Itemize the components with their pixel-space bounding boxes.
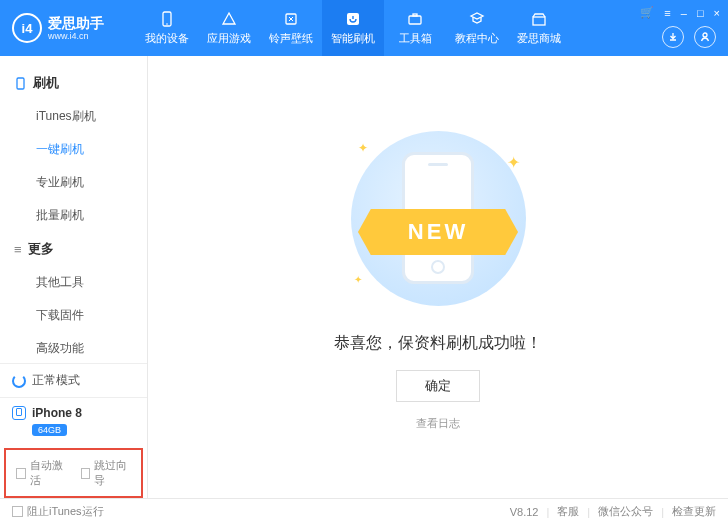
svg-rect-8 — [17, 78, 24, 89]
svg-point-1 — [166, 23, 168, 25]
nav-store[interactable]: 爱思商城 — [508, 0, 570, 56]
checkbox-icon — [12, 506, 23, 517]
sidebar-item-batch-flash[interactable]: 批量刷机 — [36, 199, 147, 232]
brand-url: www.i4.cn — [48, 31, 104, 41]
sidebar-item-pro-flash[interactable]: 专业刷机 — [36, 166, 147, 199]
nav-tutorial[interactable]: 教程中心 — [446, 0, 508, 56]
success-message: 恭喜您，保资料刷机成功啦！ — [334, 333, 542, 354]
device-icon — [158, 10, 176, 28]
store-icon — [530, 10, 548, 28]
maximize-icon[interactable]: □ — [697, 7, 704, 19]
close-icon[interactable]: × — [714, 7, 720, 19]
version-label: V8.12 — [510, 506, 539, 518]
sidebar-item-oneclick-flash[interactable]: 一键刷机 — [36, 133, 147, 166]
sidebar-item-other-tools[interactable]: 其他工具 — [36, 266, 147, 299]
nav-flash[interactable]: 智能刷机 — [322, 0, 384, 56]
checkbox-icon — [81, 468, 91, 479]
refresh-icon — [12, 374, 26, 388]
storage-badge: 64GB — [32, 424, 67, 436]
download-icon[interactable] — [662, 26, 684, 48]
logo: i4 爱思助手 www.i4.cn — [12, 13, 122, 43]
app-header: i4 爱思助手 www.i4.cn 我的设备 应用游戏 铃声壁纸 智能刷机 工具… — [0, 0, 728, 56]
block-itunes-checkbox[interactable]: 阻止iTunes运行 — [12, 504, 104, 519]
device-info[interactable]: iPhone 8 64GB — [0, 397, 147, 444]
sidebar-item-advanced[interactable]: 高级功能 — [36, 332, 147, 363]
minimize-icon[interactable]: – — [681, 7, 687, 19]
svg-rect-6 — [533, 17, 545, 25]
sidebar: 刷机 iTunes刷机 一键刷机 专业刷机 批量刷机 ≡ 更多 其他工具 下载固… — [0, 56, 148, 498]
sidebar-item-itunes-flash[interactable]: iTunes刷机 — [36, 100, 147, 133]
svg-point-7 — [703, 33, 707, 37]
nav-label: 铃声壁纸 — [269, 31, 313, 46]
tutorial-icon — [468, 10, 486, 28]
skip-guide-checkbox[interactable]: 跳过向导 — [81, 458, 132, 488]
svg-rect-5 — [413, 14, 417, 16]
options-highlight: 自动激活 跳过向导 — [4, 448, 143, 498]
nav-label: 爱思商城 — [517, 31, 561, 46]
support-link[interactable]: 客服 — [557, 504, 579, 519]
status-bar: 阻止iTunes运行 V8.12 | 客服 | 微信公众号 | 检查更新 — [0, 498, 728, 524]
nav-apps[interactable]: 应用游戏 — [198, 0, 260, 56]
phone-icon — [14, 77, 27, 90]
apps-icon — [220, 10, 238, 28]
wechat-link[interactable]: 微信公众号 — [598, 504, 653, 519]
device-icon — [12, 406, 26, 420]
window-controls: 🛒 ≡ – □ × — [640, 6, 720, 19]
toolbox-icon — [406, 10, 424, 28]
ringtone-icon — [282, 10, 300, 28]
main-content: ✦ ✦ ✦ NEW 恭喜您，保资料刷机成功啦！ 确定 查看日志 — [148, 56, 728, 498]
sidebar-group-more: ≡ 更多 — [0, 232, 147, 266]
svg-rect-4 — [409, 16, 421, 24]
nav-ringtones[interactable]: 铃声壁纸 — [260, 0, 322, 56]
check-update-link[interactable]: 检查更新 — [672, 504, 716, 519]
nav-label: 教程中心 — [455, 31, 499, 46]
nav-label: 应用游戏 — [207, 31, 251, 46]
brand-name: 爱思助手 — [48, 15, 104, 31]
auto-activate-checkbox[interactable]: 自动激活 — [16, 458, 67, 488]
checkbox-icon — [16, 468, 26, 479]
nav-toolbox[interactable]: 工具箱 — [384, 0, 446, 56]
device-mode[interactable]: 正常模式 — [0, 363, 147, 397]
nav-label: 智能刷机 — [331, 31, 375, 46]
flash-icon — [344, 10, 362, 28]
nav-label: 我的设备 — [145, 31, 189, 46]
user-icon[interactable] — [694, 26, 716, 48]
nav-label: 工具箱 — [399, 31, 432, 46]
new-ribbon: NEW — [358, 209, 518, 255]
nav-my-device[interactable]: 我的设备 — [136, 0, 198, 56]
menu-icon[interactable]: ≡ — [664, 7, 670, 19]
sidebar-item-download-fw[interactable]: 下载固件 — [36, 299, 147, 332]
top-nav: 我的设备 应用游戏 铃声壁纸 智能刷机 工具箱 教程中心 爱思商城 — [136, 0, 570, 56]
sidebar-group-flash: 刷机 — [0, 66, 147, 100]
view-log-link[interactable]: 查看日志 — [416, 416, 460, 431]
hamburger-icon: ≡ — [14, 242, 22, 257]
logo-icon: i4 — [12, 13, 42, 43]
cart-icon[interactable]: 🛒 — [640, 6, 654, 19]
success-illustration: ✦ ✦ ✦ NEW — [328, 123, 548, 313]
ok-button[interactable]: 确定 — [396, 370, 480, 402]
